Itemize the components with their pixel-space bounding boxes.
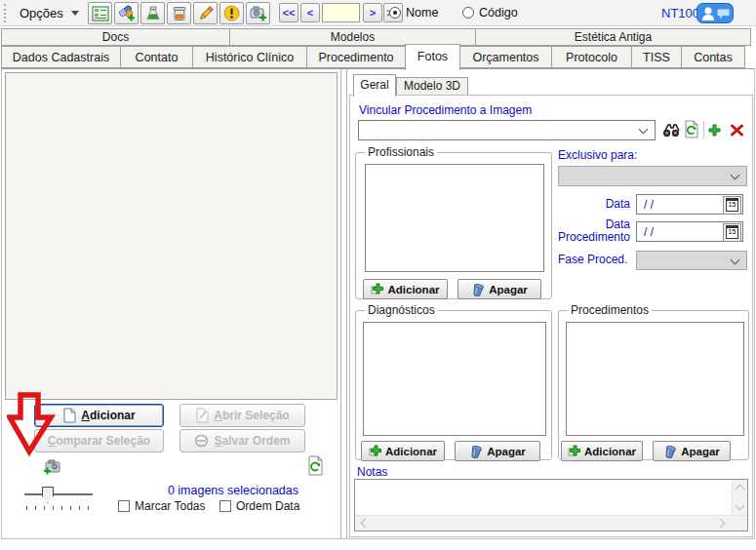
- tab-geral-selected[interactable]: Geral: [353, 74, 396, 97]
- data-value: / /: [644, 198, 654, 212]
- radio-nome[interactable]: [389, 7, 401, 19]
- open-selection-icon: [195, 408, 209, 423]
- record-form-icon: [92, 6, 109, 21]
- plus-icon: [369, 445, 381, 457]
- radio-codigo[interactable]: [462, 7, 474, 19]
- marcar-todas-checkbox[interactable]: [118, 500, 130, 512]
- profissionais-list[interactable]: [365, 164, 544, 272]
- tab-docs[interactable]: Docs: [1, 28, 230, 46]
- add-photo-camera-button[interactable]: [43, 457, 61, 478]
- data-procedimento-label: Data Procedimento: [538, 218, 630, 243]
- vincular-label: Vincular Procedimento a Imagem: [359, 103, 532, 117]
- add-medication-icon: [118, 5, 136, 21]
- refresh-document-icon: [307, 455, 324, 476]
- data-procedimento-value: / /: [644, 225, 654, 239]
- add-procedure-button[interactable]: [708, 124, 721, 139]
- specimen-jar-button[interactable]: [167, 2, 191, 24]
- data-field[interactable]: / / 15: [636, 194, 743, 215]
- alert-button[interactable]: [219, 2, 244, 24]
- diagnosticos-list[interactable]: [363, 322, 546, 436]
- image-list-area[interactable]: [5, 72, 338, 400]
- data-procedimento-field[interactable]: / / 15: [636, 221, 743, 242]
- toolbar-grip[interactable]: [4, 4, 7, 22]
- add-capture-icon: [249, 5, 267, 21]
- chevron-down-icon: [639, 125, 649, 135]
- add-medication-button[interactable]: [114, 2, 139, 24]
- plus-icon: [708, 124, 721, 137]
- radio-nome-label: Nome: [406, 6, 438, 20]
- toolbar-divider: [703, 121, 704, 138]
- nav-prev-button[interactable]: <: [300, 3, 320, 22]
- panel-splitter[interactable]: [340, 69, 347, 538]
- tab-dados-cadastrais[interactable]: Dados Cadastrais: [1, 46, 121, 68]
- notas-vscrollbar[interactable]: [732, 480, 747, 515]
- lab-flask-button[interactable]: [140, 2, 165, 24]
- procedimentos-adicionar-button[interactable]: Adicionar: [561, 441, 643, 461]
- chevron-down-icon: [731, 171, 740, 180]
- tab-orcamentos[interactable]: Orçamentos: [459, 46, 552, 68]
- code-badge: NT100: [661, 6, 699, 20]
- procedimentos-apagar-button[interactable]: Apagar: [653, 441, 731, 461]
- search-procedure-button[interactable]: [662, 123, 680, 140]
- diagnosticos-adicionar-button[interactable]: Adicionar: [361, 441, 445, 461]
- add-capture-button[interactable]: [246, 2, 270, 24]
- options-menu-button[interactable]: Opções: [14, 3, 76, 23]
- zoom-slider-track[interactable]: [24, 493, 93, 495]
- chevron-down-icon: [71, 11, 79, 16]
- notas-textarea[interactable]: [354, 479, 748, 531]
- edit-pencil-icon: [198, 6, 214, 21]
- scroll-up-icon[interactable]: [736, 485, 745, 494]
- nav-next-button[interactable]: >: [363, 3, 382, 22]
- tab-fotos-selected[interactable]: Fotos: [405, 44, 460, 70]
- record-search-input[interactable]: [322, 3, 360, 22]
- chevron-down-icon: [731, 255, 740, 265]
- selection-status: 0 imagens selecionadas: [146, 484, 298, 497]
- trash-icon: [471, 283, 485, 296]
- calendar-button[interactable]: 15: [723, 196, 741, 215]
- tab-protocolo[interactable]: Protocolo: [551, 46, 632, 68]
- fase-proced-combobox[interactable]: [636, 251, 747, 270]
- tab-procedimento[interactable]: Procedimento: [306, 46, 406, 68]
- refresh-document-icon: [684, 120, 699, 138]
- ordem-data-label: Ordem Data: [236, 499, 299, 513]
- edit-button[interactable]: [193, 2, 218, 24]
- profissionais-title: Profissionais: [365, 145, 437, 159]
- procedimentos-list[interactable]: [566, 322, 744, 436]
- tab-modelo-3d[interactable]: Modelo 3D: [396, 77, 468, 95]
- refresh-procedure-button[interactable]: [684, 120, 699, 141]
- notas-hscrollbar[interactable]: [355, 515, 747, 530]
- remove-procedure-button[interactable]: [730, 124, 744, 139]
- red-x-icon: [730, 124, 744, 137]
- plus-icon: [371, 283, 383, 295]
- tab-tiss[interactable]: TISS: [631, 46, 682, 68]
- scroll-right-icon[interactable]: [716, 519, 726, 529]
- refresh-list-button[interactable]: [307, 455, 324, 479]
- tab-contas[interactable]: Contas: [681, 46, 745, 68]
- fase-proced-label: Fase Proced.: [558, 253, 627, 266]
- tab-historico-clinico[interactable]: Histórico Clínico: [192, 46, 307, 68]
- calendar-icon: 15: [726, 225, 738, 239]
- calendar-button[interactable]: 15: [723, 223, 741, 242]
- options-label: Opções: [20, 6, 63, 20]
- tab-contato[interactable]: Contato: [120, 46, 193, 68]
- exclusivo-combobox[interactable]: [558, 166, 747, 186]
- record-form-button[interactable]: [88, 2, 112, 24]
- person-chat-icon: [696, 3, 734, 23]
- scroll-down-icon[interactable]: [736, 501, 745, 511]
- profissionais-adicionar-button[interactable]: Adicionar: [363, 279, 448, 299]
- tab-estetica-antiga[interactable]: Estética Antiga: [475, 28, 751, 46]
- binoculars-icon: [662, 123, 680, 138]
- alert-icon: [223, 5, 240, 21]
- trash-icon: [663, 445, 677, 458]
- scroll-left-icon[interactable]: [361, 519, 371, 529]
- abrir-selecao-button[interactable]: Abrir Seleção: [179, 404, 305, 427]
- diagnosticos-apagar-button[interactable]: Apagar: [455, 441, 540, 461]
- profissionais-apagar-button[interactable]: Apagar: [458, 279, 541, 299]
- ordem-data-checkbox[interactable]: [219, 500, 231, 512]
- nav-first-button[interactable]: <<: [279, 3, 298, 22]
- salvar-ordem-button[interactable]: Salvar Ordem: [179, 429, 305, 452]
- save-order-icon: [194, 434, 209, 448]
- patient-chat-button[interactable]: [696, 3, 734, 26]
- vincular-combobox[interactable]: [358, 120, 656, 140]
- procedimentos-title: Procedimentos: [568, 303, 652, 317]
